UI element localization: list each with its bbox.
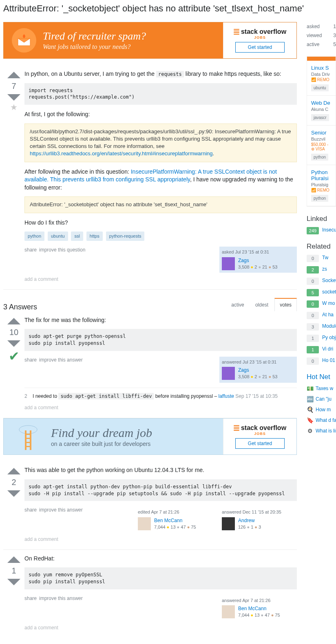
related-link[interactable]: Tw xyxy=(322,255,328,260)
upvote-button[interactable] xyxy=(7,556,20,563)
job-tag[interactable]: python xyxy=(311,195,328,202)
code-block: sudo apt-get purge python-openssl sudo p… xyxy=(24,329,297,351)
improve-link[interactable]: improve this answer xyxy=(39,507,83,513)
user-link[interactable]: Zags xyxy=(238,258,249,263)
hot-link[interactable]: Can "ju xyxy=(316,396,332,402)
user-link[interactable]: Andrew xyxy=(238,518,255,523)
job-tag[interactable]: python xyxy=(311,154,328,161)
upvote-button[interactable] xyxy=(7,72,20,78)
downvote-button[interactable] xyxy=(7,490,20,497)
related-question[interactable]: 0Tw xyxy=(307,255,336,262)
site-icon: ⚙ xyxy=(307,428,313,434)
tab-oldest[interactable]: oldest xyxy=(250,299,273,311)
add-comment-link[interactable]: add a comment xyxy=(24,404,297,411)
hot-question[interactable]: 🔖What d favorab xyxy=(307,417,336,423)
hot-link[interactable]: Taxes w xyxy=(316,386,333,391)
related-link[interactable]: Vi dri xyxy=(322,346,333,352)
code-block: import requests requests.post("https://e… xyxy=(24,83,297,105)
related-question[interactable]: 5socketobject AttributeError att xyxy=(307,289,336,296)
answer-post: 10 ✔ The fix for me was the following: s… xyxy=(3,311,297,418)
score-badge: 0 xyxy=(307,312,319,319)
related-question[interactable]: 0Socketobject has no attribute '_socketo… xyxy=(307,278,336,285)
related-question[interactable]: 0At ha xyxy=(307,312,336,319)
vote-count: 7 xyxy=(3,80,24,93)
related-link[interactable]: Py object 'ge xyxy=(322,335,336,340)
job-listing[interactable]: Linux S Data Driv 📶 REMO ubuntu xyxy=(307,61,336,96)
hot-question[interactable]: 🔤Can "ju xyxy=(307,396,336,402)
tag[interactable]: python xyxy=(24,232,44,241)
tab-votes[interactable]: votes xyxy=(274,298,297,311)
linked-link[interactable]: InsecurePlatformWarning: A true SSLConte… xyxy=(322,227,336,233)
hot-link[interactable]: What d favorab xyxy=(316,417,336,423)
get-started-button[interactable]: Get started xyxy=(235,438,285,449)
jobs-widget: Linux S Data Driv 📶 REMO ubuntuWeb De Ak… xyxy=(307,56,336,207)
related-question[interactable]: 3Module no Py xyxy=(307,323,336,331)
related-question[interactable]: 1Vi dri xyxy=(307,346,336,353)
improve-link[interactable]: improve this answer xyxy=(39,595,83,601)
improve-link[interactable]: improve this answer xyxy=(39,357,83,363)
comment-author-link[interactable]: laffuste xyxy=(218,393,234,399)
related-link[interactable]: At ha xyxy=(322,312,334,318)
jobs-banner-mid: Find your dream job on a career site bui… xyxy=(3,418,297,455)
related-question[interactable]: 0W mo xyxy=(307,300,336,308)
job-tag[interactable]: ubuntu xyxy=(311,84,329,91)
share-link[interactable]: share xyxy=(24,595,37,601)
text: This was able to get the python working … xyxy=(24,466,297,474)
add-comment-link[interactable]: add a comment xyxy=(24,276,297,283)
tab-active[interactable]: active xyxy=(226,299,249,311)
job-company: Akuna C xyxy=(311,107,332,112)
related-link[interactable]: W mo xyxy=(322,300,335,306)
job-listing[interactable]: Senior Buzzvil $50,000 - ⊕ VISA python xyxy=(307,126,336,165)
related-link[interactable]: zs xyxy=(322,266,327,272)
related-question[interactable]: 2zs xyxy=(307,266,336,273)
linked-question[interactable]: 249InsecurePlatformWarning: A true SSLCo… xyxy=(307,227,336,234)
hot-link[interactable]: How m xyxy=(316,407,331,412)
downvote-button[interactable] xyxy=(7,579,20,585)
error-notice: AttributeError: '_socketobject' object h… xyxy=(24,196,297,213)
inline-code: sudo apt-get install libffi-dev xyxy=(58,393,154,399)
comment: 2 I needed to sudo apt-get install libff… xyxy=(24,391,297,401)
job-listing[interactable]: Web De Akuna C javascr xyxy=(307,96,336,126)
favorite-star-icon[interactable]: ★ xyxy=(3,102,24,112)
site-icon: 💵 xyxy=(307,385,313,392)
svg-rect-4 xyxy=(25,438,31,439)
related-link[interactable]: Module no Py xyxy=(322,323,336,329)
text: On RedHat: xyxy=(24,555,297,563)
downvote-button[interactable] xyxy=(7,340,20,347)
share-link[interactable]: share xyxy=(24,357,37,363)
job-meta: 📶 REMO xyxy=(311,77,332,82)
downvote-button[interactable] xyxy=(7,94,20,101)
upvote-button[interactable] xyxy=(7,318,20,324)
related-link[interactable]: Socketobject has no attribute '_socketob… xyxy=(322,278,336,283)
hot-question[interactable]: 💵Taxes w xyxy=(307,385,336,392)
related-question[interactable]: 0Ho 01 xyxy=(307,357,336,365)
hot-network-heading[interactable]: Hot Net xyxy=(307,373,336,381)
upvote-button[interactable] xyxy=(7,468,20,474)
share-link[interactable]: share xyxy=(24,507,37,513)
jobs-label: JOBS xyxy=(254,35,266,40)
hot-link[interactable]: What is line? xyxy=(316,428,336,434)
job-listing[interactable]: Python Pluralsi Pluralsig 📶 REMO python xyxy=(307,165,336,206)
add-comment-link[interactable]: add a comment xyxy=(24,624,297,631)
related-link[interactable]: Ho 01 xyxy=(322,357,335,363)
docs-link[interactable]: https://urllib3.readthedocs.org/en/lates… xyxy=(30,150,212,157)
user-link[interactable]: Ben McCann xyxy=(238,606,266,611)
share-link[interactable]: share xyxy=(24,247,37,253)
answerer-card: answered Jul 23 '15 at 0:31 Zags 3,508 2… xyxy=(219,357,297,383)
tag[interactable]: ssl xyxy=(71,232,83,241)
tag[interactable]: ubuntu xyxy=(48,232,68,241)
add-comment-link[interactable]: add a comment xyxy=(24,536,297,543)
vote-count: 10 xyxy=(3,326,24,339)
hot-question[interactable]: 🍳How m xyxy=(307,406,336,413)
user-link[interactable]: Ben McCann xyxy=(154,518,182,523)
job-tag[interactable]: javascr xyxy=(311,114,329,121)
user-link[interactable]: Zags xyxy=(238,367,249,373)
related-question[interactable]: 1Py object 'ge xyxy=(307,335,336,342)
improve-link[interactable]: improve this question xyxy=(39,247,85,253)
comment-score: 2 xyxy=(24,393,33,400)
hot-question[interactable]: ⚙What is line? xyxy=(307,428,336,434)
tag[interactable]: https xyxy=(86,232,103,241)
tag[interactable]: python-requests xyxy=(106,232,145,241)
related-link[interactable]: socketobject AttributeError att xyxy=(322,289,336,295)
get-started-button[interactable]: Get started xyxy=(235,42,285,53)
